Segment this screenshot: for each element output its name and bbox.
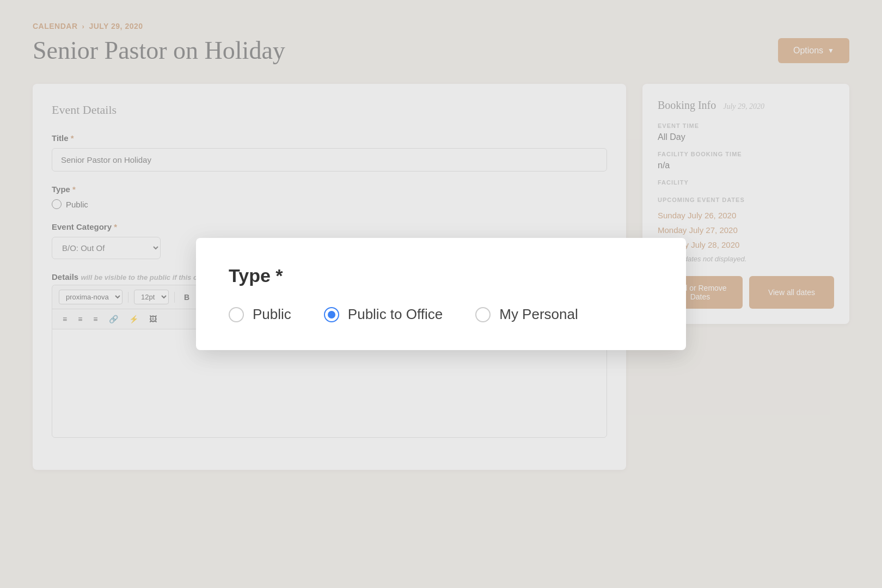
modal-required: * <box>275 265 283 286</box>
radio-circle-public <box>229 307 244 322</box>
modal-radio-personal-label: My Personal <box>499 306 578 323</box>
modal-box: Type * Public Public to Office My Person… <box>196 238 686 350</box>
modal-radio-group: Public Public to Office My Personal <box>229 306 653 323</box>
modal-overlay[interactable]: Type * Public Public to Office My Person… <box>0 0 882 588</box>
modal-radio-public-office[interactable]: Public to Office <box>324 306 443 323</box>
radio-circle-personal <box>475 307 491 322</box>
modal-radio-public-office-label: Public to Office <box>348 306 443 323</box>
radio-circle-public-office <box>324 307 339 322</box>
modal-radio-public-label: Public <box>253 306 291 323</box>
modal-radio-personal[interactable]: My Personal <box>475 306 578 323</box>
modal-radio-public[interactable]: Public <box>229 306 291 323</box>
modal-title: Type * <box>229 265 653 286</box>
